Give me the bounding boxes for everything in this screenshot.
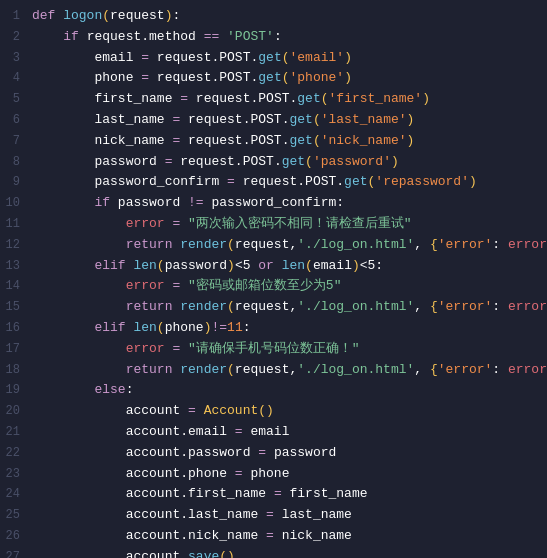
code-editor: 1def logon(request):2 if request.method … [0,0,547,558]
fn-token: render [180,237,227,252]
param-token: 'email' [290,50,345,65]
var-token [32,278,126,293]
var-token: request [157,50,212,65]
var-token [32,486,126,501]
line-number: 21 [0,423,32,442]
var-token: last_name [282,507,352,522]
code-line: 10 if password != password_confirm: [0,193,547,214]
line-number: 27 [0,548,32,558]
var-token: phone [94,70,141,85]
var-token: nick_name [94,133,172,148]
dot-token: . [180,549,188,558]
fn-token: len [133,320,156,335]
code-content: account.last_name = last_name [32,505,539,526]
var-token: account [126,507,181,522]
code-line: 3 email = request.POST.get('email') [0,48,547,69]
paren-token: ( [102,8,110,23]
attr-token: nick_name [188,528,266,543]
var-token [32,112,94,127]
eq-token: = [188,403,204,418]
eq-token: = [266,528,282,543]
paren-token: () [219,549,235,558]
var-token: request [188,112,243,127]
eq-token: = [172,133,188,148]
line-number: 16 [0,319,32,338]
var-token [32,445,126,460]
dot-token: . [274,154,282,169]
var-token [32,320,94,335]
var-token: , [414,237,430,252]
cls-token: Account [204,403,259,418]
var-token [32,507,126,522]
code-line: 16 elif len(phone)!=11: [0,318,547,339]
var-token: phone [165,320,204,335]
code-content: error = "两次输入密码不相同！请检查后重试" [32,214,539,235]
err-var-token: error [508,362,547,377]
var-token [32,549,126,558]
code-content: def logon(request): [32,6,539,27]
dot-token: . [141,29,149,44]
param-token: 'phone' [290,70,345,85]
param-token: 'nick_name' [321,133,407,148]
code-content: error = "密码或邮箱位数至少为5" [32,276,539,297]
param-token: 'password' [313,154,391,169]
var-token [32,237,126,252]
paren-token: ( [313,133,321,148]
code-line: 6 last_name = request.POST.get('last_nam… [0,110,547,131]
var-token: password [165,258,227,273]
var-token [32,133,94,148]
paren-token: ) [407,133,415,148]
param-token: 'error' [438,362,493,377]
eq-token: = [235,424,251,439]
method-token: get [258,70,281,85]
chinese-token: "密码或邮箱位数至少为5" [188,278,341,293]
var-token: request [235,299,290,314]
err-var-token: error [126,278,173,293]
var-token: request [157,70,212,85]
line-number: 23 [0,465,32,484]
var-token [32,174,94,189]
var-token: phone [250,466,289,481]
var-token: first_name [94,91,180,106]
var-token: request [110,8,165,23]
attr-token: POST [219,50,250,65]
code-content: password = request.POST.get('password') [32,152,539,173]
chinese-token: "两次输入密码不相同！请检查后重试" [188,216,412,231]
eq-token: = [274,486,290,501]
code-content: else: [32,380,539,401]
attr-token: POST [305,174,336,189]
fn-token: render [180,362,227,377]
eq-token: = [172,341,188,356]
code-content: email = request.POST.get('email') [32,48,539,69]
param-token: 'repassword' [375,174,469,189]
code-line: 13 elif len(password)<5 or len(email)<5: [0,256,547,277]
var-token [32,91,94,106]
dot-token: . [180,528,188,543]
line-number: 4 [0,69,32,88]
eq-token: = [172,112,188,127]
line-number: 22 [0,444,32,463]
paren-token: ( [227,237,235,252]
paren-token: ( [313,112,321,127]
line-number: 5 [0,90,32,109]
code-content: elif len(phone)!=11: [32,318,539,339]
code-line: 12 return render(request,'./log_on.html'… [0,235,547,256]
code-line: 5 first_name = request.POST.get('first_n… [0,89,547,110]
code-content: account.first_name = first_name [32,484,539,505]
var-token [32,258,94,273]
attr-token: POST [243,154,274,169]
code-content: return render(request,'./log_on.html', {… [32,297,547,318]
code-line: 2 if request.method == 'POST': [0,27,547,48]
paren-token: ( [282,50,290,65]
paren-token: ) [344,70,352,85]
kw-token: return [126,299,181,314]
code-content: first_name = request.POST.get('first_nam… [32,89,539,110]
code-content: account.email = email [32,422,539,443]
eq-token: = [235,466,251,481]
code-line: 22 account.password = password [0,443,547,464]
dot-token: . [235,154,243,169]
var-token: password [94,154,164,169]
var-token [32,195,94,210]
eq-token: = [180,91,196,106]
kw-token: else [94,382,125,397]
